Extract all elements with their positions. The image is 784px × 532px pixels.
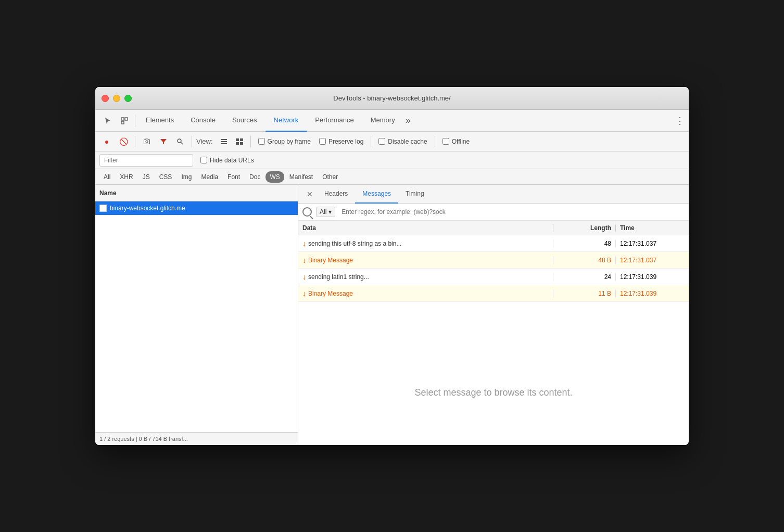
ws-icon [99,205,107,212]
filter-icon [302,207,312,217]
clear-button[interactable]: 🚫 [116,134,131,149]
message-data-cell: ↓ Binary Message [298,289,553,298]
type-btn-js[interactable]: JS [138,171,154,183]
type-btn-media[interactable]: Media [197,171,222,183]
message-data-cell: ↓ sending latin1 string... [298,273,553,281]
tab-console[interactable]: Console [182,110,224,132]
view-label: View: [196,137,213,145]
disable-cache-checkbox[interactable]: Disable cache [378,138,427,145]
svg-point-3 [178,139,181,143]
length-column-header: Length [553,224,616,232]
messages-filter-bar: All ▾ [298,204,689,221]
more-tabs-button[interactable]: » [406,115,411,126]
devtools-menu-icon[interactable]: ⋮ [675,115,685,126]
devtools-tab-bar: Elements Console Sources Network Perform… [95,110,689,132]
status-bar: 1 / 2 requests | 0 B / 714 B transf... [95,432,298,445]
message-time-cell: 12:17:31.039 [616,290,689,297]
toolbar-divider-4 [371,136,371,147]
group-by-frame-checkbox[interactable]: Group by frame [258,138,311,145]
title-bar: DevTools - binary-websocket.glitch.me/ [95,87,689,110]
offline-checkbox[interactable]: Offline [442,138,470,145]
tab-elements[interactable]: Elements [137,110,182,132]
filter-row: Hide data URLs [95,151,689,169]
tab-performance[interactable]: Performance [307,110,362,132]
type-filter-row: All XHR JS CSS Img Media Font Doc WS Man… [95,169,689,185]
toolbar-divider-3 [250,136,251,147]
message-time-cell: 12:17:31.037 [616,257,689,264]
data-column-header: Data [298,224,553,232]
camera-button[interactable] [140,134,154,149]
type-btn-img[interactable]: Img [177,171,196,183]
cursor-icon[interactable] [99,112,116,129]
message-row[interactable]: ↓ Binary Message 11 B 12:17:31.039 [298,285,689,302]
type-btn-ws[interactable]: WS [265,171,284,183]
svg-rect-11 [240,142,243,145]
search-button[interactable] [173,134,187,149]
message-length-cell: 11 B [553,290,616,297]
close-detail-button[interactable]: ✕ [302,187,317,201]
filter-button[interactable] [156,134,171,149]
grid-view-button[interactable] [233,136,246,147]
svg-rect-2 [121,121,124,124]
network-toolbar: ● 🚫 View: Group by frame Preserve log [95,132,689,151]
message-row[interactable]: ↓ sending this utf-8 string as a bin... … [298,235,689,252]
svg-rect-0 [121,118,124,120]
tab-divider-1 [135,115,135,127]
message-time-cell: 12:17:31.037 [616,240,689,247]
tab-timing[interactable]: Timing [398,185,432,204]
message-row[interactable]: ↓ Binary Message 48 B 12:17:31.037 [298,252,689,269]
message-row[interactable]: ↓ sending latin1 string... 24 12:17:31.0… [298,269,689,285]
tab-messages[interactable]: Messages [355,185,398,204]
list-view-button[interactable] [217,136,231,147]
window-title: DevTools - binary-websocket.glitch.me/ [333,94,450,102]
type-btn-css[interactable]: CSS [155,171,176,183]
traffic-lights [102,95,132,102]
svg-rect-6 [221,141,227,142]
type-btn-manifest[interactable]: Manifest [285,171,317,183]
tab-network[interactable]: Network [265,110,307,132]
message-data-cell: ↓ Binary Message [298,256,553,264]
messages-dropdown[interactable]: All ▾ [316,207,335,217]
messages-filter-input[interactable] [339,207,685,217]
inspect-icon[interactable] [116,112,133,129]
svg-rect-8 [236,138,239,141]
right-panel: ✕ Headers Messages Timing All ▾ [298,185,689,445]
type-btn-doc[interactable]: Doc [245,171,264,183]
right-tab-bar: ✕ Headers Messages Timing [298,185,689,204]
svg-rect-10 [236,142,239,145]
time-column-header: Time [616,224,689,232]
maximize-button[interactable] [124,95,132,102]
message-data-cell: ↓ sending this utf-8 string as a bin... [298,239,553,248]
left-panel: Name binary-websocket.glitch.me 1 / 2 re… [95,185,298,445]
tab-headers[interactable]: Headers [317,185,355,204]
message-time-cell: 12:17:31.039 [616,273,689,281]
tab-memory[interactable]: Memory [362,110,403,132]
empty-state-text: Select message to browse its content. [414,387,572,398]
down-arrow-icon: ↓ [302,239,306,248]
devtools-window: DevTools - binary-websocket.glitch.me/ E… [95,87,689,445]
filter-input[interactable] [99,154,193,167]
svg-rect-1 [125,118,128,120]
empty-state-panel: Select message to browse its content. [298,340,689,446]
down-arrow-icon: ↓ [302,256,306,264]
down-arrow-icon: ↓ [302,289,306,298]
minimize-button[interactable] [113,95,120,102]
record-button[interactable]: ● [99,134,114,149]
message-length-cell: 48 [553,240,616,247]
message-length-cell: 24 [553,273,616,281]
tab-sources[interactable]: Sources [224,110,265,132]
type-btn-other[interactable]: Other [318,171,342,183]
down-arrow-icon: ↓ [302,273,306,281]
main-content: Name binary-websocket.glitch.me 1 / 2 re… [95,185,689,445]
svg-rect-9 [240,138,243,141]
close-button[interactable] [102,95,109,102]
type-btn-xhr[interactable]: XHR [116,171,137,183]
type-btn-all[interactable]: All [99,171,115,183]
hide-data-urls-checkbox[interactable]: Hide data URLs [200,157,254,164]
toolbar-divider-5 [435,136,435,147]
network-item[interactable]: binary-websocket.glitch.me [95,201,298,215]
preserve-log-checkbox[interactable]: Preserve log [319,138,363,145]
message-length-cell: 48 B [553,257,616,264]
type-btn-font[interactable]: Font [223,171,244,183]
svg-rect-7 [221,143,227,144]
